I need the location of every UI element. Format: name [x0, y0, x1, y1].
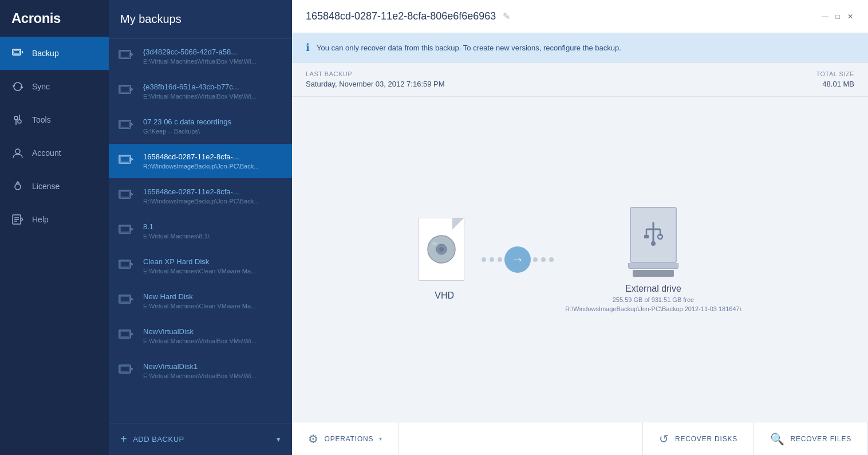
sidebar-item-label-sync: Sync — [32, 82, 50, 91]
stat-last-backup: LAST BACKUP Saturday, November 03, 2012 … — [306, 70, 445, 88]
sidebar-item-label-backup: Backup — [32, 49, 59, 58]
info-icon: ℹ — [306, 41, 310, 54]
backup-item-path-0: E:\Virtual Machines\VirtualBox VMs\Wi... — [143, 58, 283, 65]
svg-rect-64 — [644, 235, 649, 238]
viz-dest: External drive 255.59 GB of 931.51 GB fr… — [565, 207, 741, 312]
sidebar-nav: Backup Sync — [0, 37, 109, 455]
backup-item-1[interactable]: {e38fb16d-651a-43cb-b77c... E:\Virtual M… — [109, 74, 292, 109]
recover-files-label: RECOVER FILES — [791, 435, 851, 443]
vhd-icon-container — [419, 218, 470, 284]
app-container: Acronis Backup — [0, 0, 868, 455]
viz-dest-size: 255.59 GB of 931.51 GB free — [613, 296, 694, 303]
app-logo: Acronis — [0, 0, 109, 37]
backup-item-text-8: NewVirtualDisk E:\Virtual Machines\Virtu… — [143, 327, 283, 344]
backup-item-icon-4 — [118, 187, 136, 205]
last-backup-label: LAST BACKUP — [306, 70, 445, 77]
backup-item-name-5: 8.1 — [143, 222, 283, 231]
window-controls: — □ ✕ — [821, 13, 854, 21]
backup-item-text-9: NewVirtualDisk1 E:\Virtual Machines\Virt… — [143, 362, 283, 379]
backup-item-0[interactable]: {3d4829cc-5068-42d7-a58... E:\Virtual Ma… — [109, 39, 292, 74]
total-size-value: 48.01 MB — [816, 80, 854, 88]
svg-rect-29 — [120, 156, 129, 162]
minimize-button[interactable]: — — [821, 13, 829, 21]
chevron-down-icon: ▾ — [277, 435, 281, 444]
dot-3 — [498, 257, 502, 262]
backup-item-name-7: New Hard Disk — [143, 292, 283, 301]
recover-disks-icon: ↺ — [659, 432, 669, 446]
gear-icon: ⚙ — [308, 432, 319, 446]
backup-item-path-8: E:\Virtual Machines\VirtualBox VMs\Wi... — [143, 338, 283, 344]
backup-item-7[interactable]: New Hard Disk E:\Virtual Machines\Clean … — [109, 284, 292, 319]
svg-point-4 — [14, 116, 18, 120]
backup-item-name-1: {e38fb16d-651a-43cb-b77c... — [143, 83, 283, 91]
dot-5 — [541, 257, 546, 262]
sidebar-item-label-license: License — [32, 182, 60, 191]
svg-point-66 — [651, 241, 656, 246]
svg-point-59 — [432, 242, 437, 245]
sidebar-item-account[interactable]: Account — [0, 136, 109, 170]
backup-item-text-1: {e38fb16d-651a-43cb-b77c... E:\Virtual M… — [143, 83, 283, 100]
backup-item-8[interactable]: NewVirtualDisk E:\Virtual Machines\Virtu… — [109, 319, 292, 354]
tools-icon — [11, 113, 24, 126]
recover-files-button[interactable]: 🔍 RECOVER FILES — [753, 422, 868, 455]
svg-point-9 — [15, 184, 21, 190]
backup-item-text-5: 8.1 E:\Virtual Machines\8.1\ — [143, 222, 283, 240]
backup-item-icon-1 — [118, 82, 136, 100]
sidebar-item-sync[interactable]: Sync — [0, 70, 109, 103]
add-backup-label: ADD BACKUP — [133, 435, 184, 444]
backup-item-name-2: 07 23 06 c data recordings — [143, 117, 283, 126]
svg-rect-25 — [120, 121, 129, 127]
right-arrow-icon: → — [504, 246, 531, 273]
svg-rect-49 — [120, 331, 129, 337]
license-icon — [11, 180, 24, 193]
sync-icon — [11, 80, 24, 93]
connector-dots-right — [533, 257, 554, 262]
backup-item-3[interactable]: 165848cd-0287-11e2-8cfa-... R:\WindowsIm… — [109, 144, 292, 179]
recover-files-icon: 🔍 — [770, 432, 785, 446]
backup-item-path-5: E:\Virtual Machines\8.1\ — [143, 233, 283, 240]
svg-rect-21 — [120, 87, 129, 92]
backup-items-list: {3d4829cc-5068-42d7-a58... E:\Virtual Ma… — [109, 39, 292, 423]
sidebar-item-help[interactable]: Help — [0, 203, 109, 236]
sidebar-item-label-help: Help — [32, 215, 49, 224]
sidebar-item-tools[interactable]: Tools — [0, 103, 109, 136]
dot-2 — [490, 257, 494, 262]
backup-list-header: My backups — [109, 0, 292, 39]
add-backup-bar[interactable]: + ADD BACKUP ▾ — [109, 423, 292, 455]
svg-rect-41 — [120, 261, 129, 267]
backup-list-panel: My backups {3d4829cc-5068-42d7-a58... E:… — [109, 0, 292, 455]
svg-line-15 — [21, 219, 23, 221]
recover-disks-button[interactable]: ↺ RECOVER DISKS — [642, 422, 753, 455]
close-button[interactable]: ✕ — [846, 13, 854, 21]
viz-source: VHD — [419, 218, 470, 301]
backup-item-path-1: E:\Virtual Machines\VirtualBox VMs\Wi... — [143, 93, 283, 100]
svg-point-8 — [15, 149, 20, 154]
backup-item-path-6: E:\Virtual Machines\Clean VMware Ma... — [143, 268, 283, 274]
backup-item-name-8: NewVirtualDisk — [143, 327, 283, 336]
backup-item-5[interactable]: 8.1 E:\Virtual Machines\8.1\ — [109, 214, 292, 249]
sidebar-item-backup[interactable]: Backup — [0, 37, 109, 70]
info-text: You can only recover data from this back… — [317, 44, 621, 52]
viz-source-label: VHD — [435, 291, 454, 301]
backup-item-6[interactable]: Clean XP Hard Disk E:\Virtual Machines\C… — [109, 249, 292, 284]
maximize-button[interactable]: □ — [834, 13, 842, 21]
backup-item-4[interactable]: 165848ce-0287-11e2-8cfa-... R:\WindowsIm… — [109, 179, 292, 214]
svg-rect-53 — [120, 366, 129, 372]
svg-line-3 — [22, 52, 23, 53]
main-content: 165848cd-0287-11e2-8cfa-806e6f6e6963 ✎ —… — [292, 0, 868, 455]
operations-chevron-icon: ▾ — [379, 436, 382, 442]
sidebar-item-license[interactable]: License — [0, 170, 109, 203]
dot-1 — [482, 257, 486, 262]
operations-button[interactable]: ⚙ OPERATIONS ▾ — [292, 422, 399, 455]
backup-item-9[interactable]: NewVirtualDisk1 E:\Virtual Machines\Virt… — [109, 354, 292, 389]
edit-icon[interactable]: ✎ — [503, 11, 510, 22]
svg-line-2 — [22, 51, 23, 52]
dot-4 — [533, 257, 538, 262]
total-size-label: TOTAL SIZE — [816, 70, 854, 77]
backup-item-2[interactable]: 07 23 06 c data recordings G:\Keep -- Ba… — [109, 109, 292, 144]
backup-item-icon-6 — [118, 257, 136, 275]
viz-dest-label: External drive — [625, 284, 681, 294]
backup-icon — [11, 47, 24, 60]
svg-rect-37 — [120, 226, 129, 232]
svg-point-58 — [439, 247, 444, 252]
